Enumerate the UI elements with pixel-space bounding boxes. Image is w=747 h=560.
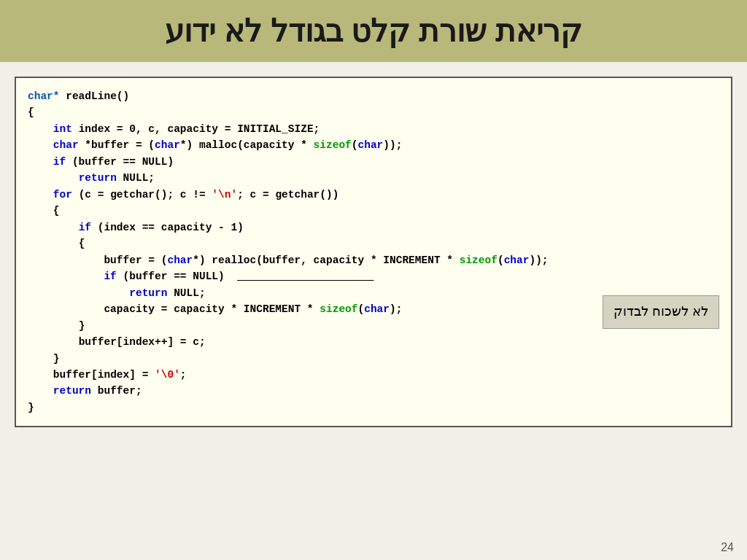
code-line-14: if (buffer == NULL) ________________ <box>28 268 719 284</box>
code-line-11: if (index == capacity - 1) <box>28 219 719 236</box>
tooltip-box: לא לשכוח לבדוק <box>603 295 719 329</box>
tooltip-text: לא לשכוח לבדוק <box>614 304 708 319</box>
code-line-6: if (buffer == NULL) <box>28 154 719 170</box>
code-line-2: { <box>28 104 719 120</box>
code-line-20: buffer[index] = '\0'; <box>28 367 719 383</box>
code-line-22: } <box>28 400 719 416</box>
code-line-7: return NULL; <box>28 170 719 186</box>
code-line-19: } <box>28 351 719 367</box>
code-line-4: char *buffer = (char*) malloc(capacity *… <box>28 137 719 153</box>
header: קריאת שורת קלט בגודל לא ידוע <box>0 0 747 62</box>
code-line-10: { <box>28 203 719 219</box>
page-number: 24 <box>721 541 734 554</box>
main-content: char* readLine() { int index = 0, c, cap… <box>0 62 747 435</box>
tooltip-container: לא לשכוח לבדוק <box>603 295 719 329</box>
page-title: קריאת שורת קלט בגודל לא ידוע <box>165 14 581 48</box>
code-line-3: int index = 0, c, capacity = INITIAL_SIZ… <box>28 121 719 137</box>
code-line-21: return buffer; <box>28 383 719 399</box>
code-line-13: buffer = (char*) realloc(buffer, capacit… <box>28 252 719 268</box>
code-line-12: { <box>28 236 719 252</box>
code-line-1: char* readLine() <box>28 88 719 104</box>
code-line-9: for (c = getchar(); c != '\n'; c = getch… <box>28 187 719 203</box>
code-block: char* readLine() { int index = 0, c, cap… <box>15 77 732 427</box>
code-line-18: buffer[index++] = c; <box>28 334 719 350</box>
